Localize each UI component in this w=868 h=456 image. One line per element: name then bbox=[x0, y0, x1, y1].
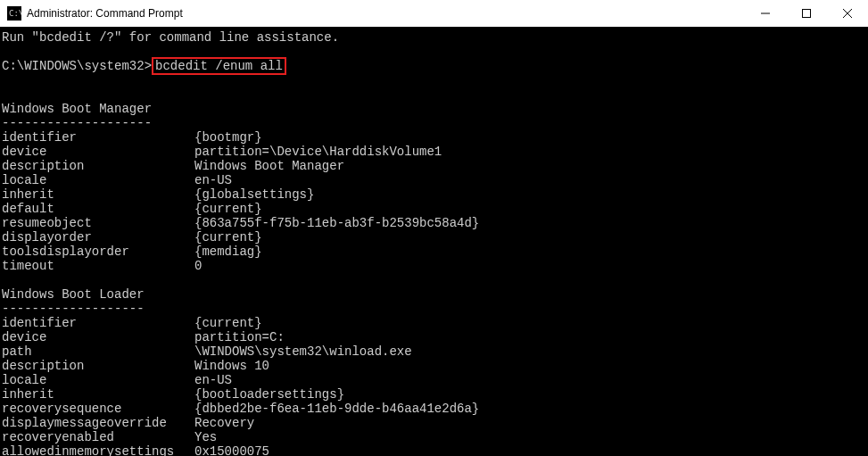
section-dashes-0: -------------------- bbox=[2, 116, 866, 130]
minimize-button[interactable] bbox=[745, 0, 786, 27]
table-row: default{current} bbox=[2, 202, 866, 216]
table-row: devicepartition=C: bbox=[2, 330, 866, 344]
table-row: toolsdisplayorder{memdiag} bbox=[2, 245, 866, 259]
command-prompt-window: C:\ Administrator: Command Prompt Run "b… bbox=[0, 0, 868, 456]
section-header-1: Windows Boot Loader bbox=[2, 287, 866, 302]
table-row: resumeobject{863a755f-f75b-11eb-ab3f-b25… bbox=[2, 216, 866, 230]
table-row: displaymessageoverrideRecovery bbox=[2, 416, 866, 430]
section-header-0: Windows Boot Manager bbox=[2, 102, 866, 116]
table-row: descriptionWindows Boot Manager bbox=[2, 159, 866, 173]
help-line: Run "bcdedit /?" for command line assist… bbox=[2, 30, 866, 45]
window-title: Administrator: Command Prompt bbox=[27, 7, 745, 20]
command-text: bcdedit /enum all bbox=[155, 59, 283, 73]
terminal-output[interactable]: Run "bcdedit /?" for command line assist… bbox=[0, 27, 868, 456]
svg-rect-3 bbox=[803, 10, 811, 18]
window-controls bbox=[745, 0, 868, 27]
command-highlight: bcdedit /enum all bbox=[152, 57, 286, 75]
table-row: identifier{bootmgr} bbox=[2, 130, 866, 145]
svg-text:C:\: C:\ bbox=[9, 9, 21, 18]
cmd-icon: C:\ bbox=[7, 6, 21, 21]
maximize-button[interactable] bbox=[786, 0, 827, 27]
table-row: displayorder{current} bbox=[2, 230, 866, 245]
table-row: inherit{bootloadersettings} bbox=[2, 387, 866, 402]
table-row: localeen-US bbox=[2, 173, 866, 187]
table-row: recoverysequence{dbbed2be-f6ea-11eb-9dde… bbox=[2, 402, 866, 416]
table-row: recoveryenabledYes bbox=[2, 430, 866, 444]
table-row: allowedinmemorysettings0x15000075 bbox=[2, 444, 866, 456]
title-bar: C:\ Administrator: Command Prompt bbox=[0, 0, 868, 27]
table-row: inherit{globalsettings} bbox=[2, 187, 866, 202]
prompt-path: C:\WINDOWS\system32> bbox=[2, 59, 152, 73]
prompt-line: C:\WINDOWS\system32>bcdedit /enum all bbox=[2, 59, 866, 73]
table-row: identifier{current} bbox=[2, 316, 866, 330]
close-button[interactable] bbox=[827, 0, 868, 27]
table-row: path\WINDOWS\system32\winload.exe bbox=[2, 344, 866, 359]
table-row: localeen-US bbox=[2, 373, 866, 387]
section-dashes-1: ------------------- bbox=[2, 302, 866, 316]
table-row: descriptionWindows 10 bbox=[2, 359, 866, 373]
table-row: devicepartition=\Device\HarddiskVolume1 bbox=[2, 145, 866, 159]
table-row: timeout0 bbox=[2, 259, 866, 273]
